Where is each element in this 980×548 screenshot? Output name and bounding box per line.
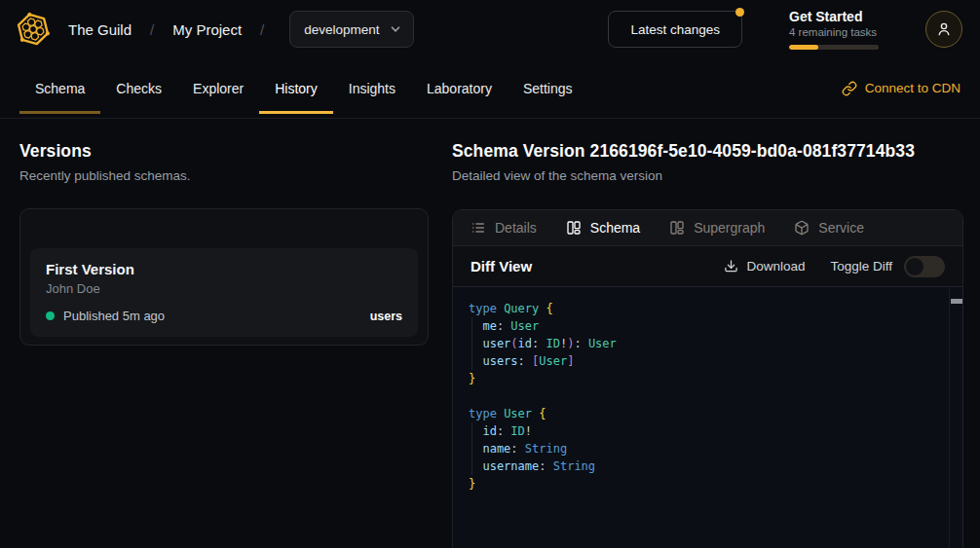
version-detail-panel: Schema Version 2166196f-5e10-4059-bd0a-0… — [452, 141, 963, 548]
list-icon — [471, 220, 486, 236]
breadcrumb: The Guild / My Project / — [68, 21, 264, 38]
version-name: First Version — [46, 261, 402, 277]
cube-icon — [794, 220, 810, 236]
tab-settings[interactable]: Settings — [508, 58, 588, 118]
code-line: } — [469, 475, 943, 493]
get-started-progress-track — [789, 45, 879, 50]
header-right-group: Latest changes Get Started 4 remaining t… — [608, 9, 962, 50]
download-label: Download — [746, 259, 805, 274]
top-header: The Guild / My Project / development Lat… — [0, 0, 980, 58]
breadcrumb-org[interactable]: The Guild — [68, 21, 132, 38]
indent-guide — [471, 422, 472, 475]
versions-subtitle: Recently published schemas. — [19, 168, 429, 183]
user-avatar-button[interactable] — [925, 11, 962, 48]
nav-tabs: Schema Checks Explorer History Insights … — [19, 58, 588, 118]
hive-honeycomb-logo[interactable] — [14, 10, 53, 49]
code-line: user(id: ID!): User — [469, 335, 943, 352]
version-author: John Doe — [46, 281, 402, 296]
target-selector-value: development — [304, 22, 379, 37]
versions-title: Versions — [19, 141, 429, 162]
toggle-diff-group: Toggle Diff — [830, 256, 945, 277]
detail-tab-label: Details — [495, 220, 537, 236]
connect-to-cdn-button[interactable]: Connect to CDN — [842, 58, 961, 118]
detail-tab-supergraph[interactable]: Supergraph — [669, 220, 765, 236]
code-line: users: [User] — [469, 352, 943, 370]
detail-tab-label: Schema — [590, 220, 640, 236]
user-icon — [935, 20, 953, 38]
diff-view-title: Diff View — [471, 258, 532, 274]
chevron-down-icon — [390, 23, 401, 35]
columns-icon — [669, 220, 685, 236]
get-started-subtitle: 4 remaining tasks — [789, 26, 879, 38]
target-selector-dropdown[interactable]: development — [289, 11, 413, 48]
tab-checks[interactable]: Checks — [100, 58, 177, 118]
versions-panel: Versions Recently published schemas. Fir… — [19, 141, 429, 346]
breadcrumb-project[interactable]: My Project — [172, 21, 242, 38]
code-line: name: String — [469, 440, 943, 457]
latest-changes-label: Latest changes — [630, 22, 720, 37]
code-line: username: String — [469, 457, 943, 475]
download-button[interactable]: Download — [724, 259, 805, 274]
diff-actions: Download Toggle Diff — [724, 256, 945, 277]
get-started-widget[interactable]: Get Started 4 remaining tasks — [789, 9, 879, 50]
detail-tab-schema[interactable]: Schema — [566, 220, 640, 236]
get-started-title: Get Started — [789, 9, 879, 24]
tab-explorer[interactable]: Explorer — [177, 58, 259, 118]
schema-code-editor: type Query { me: User user(id: ID!): Use… — [453, 287, 962, 548]
diff-toolbar: Diff View Download Toggle D — [453, 246, 962, 287]
get-started-progress-fill — [789, 45, 818, 50]
download-icon — [724, 259, 738, 274]
link-icon — [842, 81, 857, 96]
code-line: type User { — [469, 405, 943, 422]
versions-list-container: First Version John Doe Published 5m ago … — [19, 208, 429, 346]
main-nav: Schema Checks Explorer History Insights … — [0, 58, 980, 119]
code-line: type Query { — [469, 300, 943, 317]
detail-tab-service[interactable]: Service — [794, 220, 864, 236]
editor-scrollbar-track[interactable] — [949, 287, 962, 548]
breadcrumb-separator: / — [260, 21, 264, 38]
code-line: } — [469, 370, 943, 387]
version-status-row: Published 5m ago users — [46, 309, 402, 323]
columns-icon — [566, 220, 582, 236]
notification-dot — [735, 8, 744, 17]
code-line: me: User — [469, 317, 943, 335]
schema-detail-container: Details Schema — [452, 209, 963, 548]
latest-changes-button[interactable]: Latest changes — [608, 11, 742, 48]
toggle-diff-knob — [906, 258, 923, 275]
code-block: type Query { me: User user(id: ID!): Use… — [469, 300, 943, 493]
detail-tab-label: Service — [818, 220, 864, 236]
published-status-dot — [46, 311, 55, 320]
editor-scrollbar-thumb[interactable] — [951, 299, 962, 304]
service-badge: users — [370, 310, 402, 323]
connect-to-cdn-label: Connect to CDN — [865, 81, 961, 95]
toggle-diff-label: Toggle Diff — [830, 259, 892, 274]
toggle-diff-switch[interactable] — [904, 256, 945, 277]
code-line — [469, 387, 943, 405]
breadcrumb-separator: / — [150, 21, 154, 38]
detail-tab-details[interactable]: Details — [471, 220, 537, 236]
tab-laboratory[interactable]: Laboratory — [411, 58, 508, 118]
indent-guide — [471, 317, 472, 370]
detail-tabs: Details Schema — [453, 210, 962, 246]
published-status-text: Published 5m ago — [63, 309, 165, 323]
detail-tab-label: Supergraph — [694, 220, 765, 236]
code-line: id: ID! — [469, 422, 943, 440]
schema-version-subtitle: Detailed view of the schema version — [452, 168, 963, 183]
tab-history[interactable]: History — [259, 58, 333, 118]
schema-version-title: Schema Version 2166196f-5e10-4059-bd0a-0… — [452, 141, 963, 162]
tab-schema[interactable]: Schema — [19, 58, 100, 118]
tab-insights[interactable]: Insights — [333, 58, 411, 118]
version-card[interactable]: First Version John Doe Published 5m ago … — [30, 248, 418, 337]
